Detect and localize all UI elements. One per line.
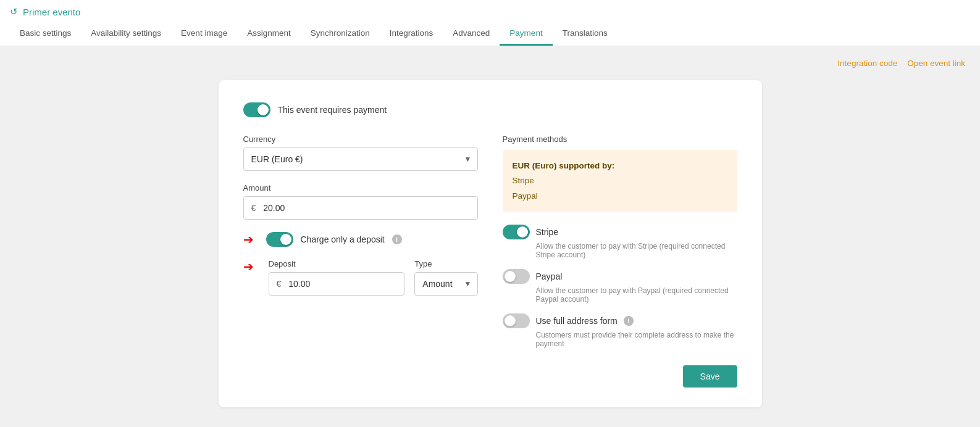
nav-tab-basic-settings[interactable]: Basic settings: [10, 22, 81, 46]
integration-code-link[interactable]: Integration code: [837, 59, 897, 68]
main-card: This event requires payment Currency EUR…: [219, 80, 762, 407]
currency-label: Currency: [243, 135, 478, 144]
stripe-toggle-track: [503, 225, 530, 239]
deposit-field-group: Deposit €: [269, 259, 405, 296]
app-header: ↺ Primer evento Basic settingsAvailabili…: [0, 0, 980, 46]
stripe-supported: Stripe: [513, 176, 534, 185]
currency-field-group: Currency EUR (Euro €) USD (Dollar $) GBP…: [243, 135, 478, 171]
two-col-layout: Currency EUR (Euro €) USD (Dollar $) GBP…: [243, 135, 737, 358]
type-select[interactable]: Amount Percentage: [414, 272, 477, 296]
requires-payment-track: [243, 102, 270, 117]
right-column: Payment methods EUR (Euro) supported by:…: [503, 135, 737, 358]
paypal-name: Paypal: [536, 272, 563, 281]
requires-payment-row: This event requires payment: [243, 102, 737, 117]
page-content: Integration code Open event link This ev…: [0, 46, 980, 420]
stripe-name: Stripe: [536, 227, 559, 237]
paypal-desc: Allow the customer to pay with Paypal (r…: [536, 286, 737, 304]
full-address-desc: Customers must provide their complete ad…: [536, 331, 737, 348]
amount-label: Amount: [243, 183, 478, 193]
nav-tab-integrations[interactable]: Integrations: [380, 22, 443, 46]
charge-deposit-info-icon: i: [392, 234, 402, 244]
deposit-input-arrow-indicator: ➔: [243, 259, 254, 274]
stripe-header: Stripe: [503, 225, 737, 239]
nav-tab-assignment[interactable]: Assignment: [237, 22, 301, 46]
nav-tab-advanced[interactable]: Advanced: [443, 22, 500, 46]
nav-tab-availability-settings[interactable]: Availability settings: [81, 22, 171, 46]
amount-prefix: €: [244, 197, 261, 219]
deposit-prefix: €: [269, 273, 287, 295]
deposit-input[interactable]: [286, 273, 404, 295]
type-label: Type: [414, 259, 477, 268]
open-event-link[interactable]: Open event link: [907, 59, 965, 68]
requires-payment-label: This event requires payment: [278, 105, 387, 115]
full-address-toggle-track: [503, 313, 530, 328]
stripe-method-row: Stripe Allow the customer to pay with St…: [503, 225, 737, 259]
paypal-toggle-track: [503, 269, 530, 284]
amount-input[interactable]: [261, 197, 477, 219]
app-title: Primer evento: [23, 7, 80, 17]
deposit-label: Deposit: [269, 259, 405, 268]
nav-tab-synchronization[interactable]: Synchronization: [301, 22, 380, 46]
charge-deposit-label: Charge only a deposit: [301, 234, 385, 244]
currency-notice: EUR (Euro) supported by: Stripe Paypal: [503, 150, 737, 212]
charge-deposit-toggle[interactable]: [266, 232, 293, 247]
back-icon[interactable]: ↺: [10, 6, 18, 17]
paypal-toggle[interactable]: [503, 269, 530, 284]
type-field-group: Type Amount Percentage ▼: [414, 259, 477, 296]
charge-deposit-track: [266, 232, 293, 247]
deposit-input-wrapper: €: [269, 272, 405, 296]
full-address-toggle[interactable]: [503, 313, 530, 328]
save-button[interactable]: Save: [683, 365, 737, 388]
requires-payment-toggle[interactable]: [243, 102, 270, 117]
deposit-type-row: ➔ Deposit € Type Amount Perc: [243, 259, 478, 296]
currency-notice-title: EUR (Euro) supported by:: [513, 161, 615, 170]
nav-tab-payment[interactable]: Payment: [500, 22, 552, 46]
currency-select-wrapper: EUR (Euro €) USD (Dollar $) GBP (Pound £…: [243, 147, 478, 171]
currency-select[interactable]: EUR (Euro €) USD (Dollar $) GBP (Pound £…: [243, 147, 478, 171]
amount-field-group: Amount €: [243, 183, 478, 220]
nav-tab-translations[interactable]: Translations: [553, 22, 618, 46]
top-actions: Integration code Open event link: [15, 59, 965, 68]
charge-deposit-row: ➔ Charge only a deposit i: [243, 232, 478, 247]
stripe-desc: Allow the customer to pay with Stripe (r…: [536, 242, 737, 259]
payment-methods-label: Payment methods: [503, 135, 737, 144]
full-address-method-row: Use full address form i Customers must p…: [503, 313, 737, 348]
left-column: Currency EUR (Euro €) USD (Dollar $) GBP…: [243, 135, 478, 358]
deposit-arrow-indicator: ➔: [243, 232, 254, 247]
type-select-wrapper: Amount Percentage ▼: [414, 272, 477, 296]
save-row: Save: [243, 365, 737, 388]
nav-tab-event-image[interactable]: Event image: [171, 22, 237, 46]
paypal-supported: Paypal: [513, 191, 538, 201]
full-address-header: Use full address form i: [503, 313, 737, 328]
paypal-header: Paypal: [503, 269, 737, 284]
full-address-name: Use full address form: [536, 316, 618, 326]
stripe-toggle[interactable]: [503, 225, 530, 239]
paypal-method-row: Paypal Allow the customer to pay with Pa…: [503, 269, 737, 304]
amount-input-wrapper: €: [243, 196, 478, 220]
full-address-info-icon: i: [624, 316, 634, 326]
nav-tabs: Basic settingsAvailability settingsEvent…: [10, 22, 970, 46]
